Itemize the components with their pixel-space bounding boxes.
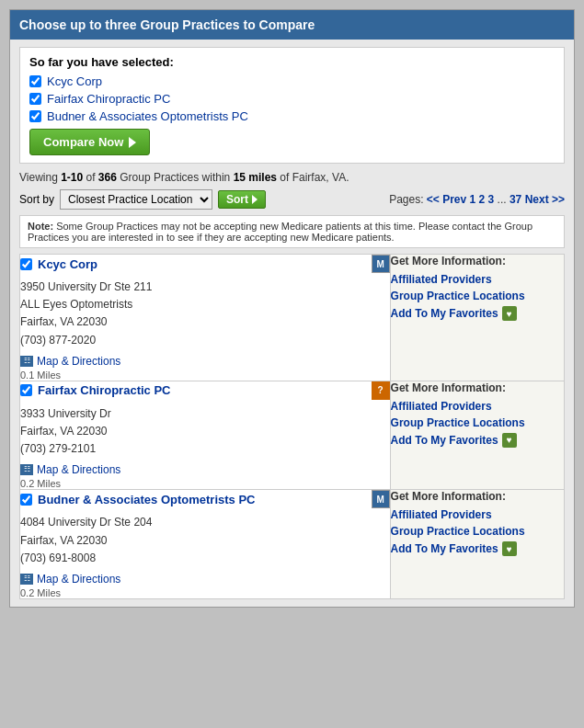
practice-3-left: Budner & Associates Optometrists PC M 40… — [20, 490, 391, 599]
practice-1-address: 3950 University Dr Ste 211 ALL Eyes Opto… — [20, 279, 390, 349]
practice-3-phone: (703) 691-8008 — [20, 552, 96, 564]
table-row: Kcyc Corp M 3950 University Dr Ste 211 A… — [20, 255, 565, 381]
selected-checkbox-3[interactable] — [29, 110, 41, 122]
practice-1-miles: 0.1 Miles — [20, 370, 390, 381]
practice-2-favorites-label: Add To My Favorites — [391, 434, 498, 447]
practice-3-right-title: Get More Information: — [391, 490, 564, 503]
practice-2-icon[interactable]: ? — [372, 381, 390, 400]
next-link[interactable]: Next >> — [525, 193, 565, 206]
viewing-count: 366 — [98, 171, 117, 184]
selected-label-2: Fairfax Chiropractic PC — [47, 92, 170, 106]
practice-1-name-row: Kcyc Corp M — [20, 255, 390, 273]
practice-3-map-label: Map & Directions — [37, 573, 120, 586]
practice-3-affiliated-link[interactable]: Affiliated Providers — [391, 508, 564, 521]
heart-icon-2: ♥ — [502, 433, 517, 448]
map-icon-2: ☷ — [20, 464, 33, 475]
practice-2-map-link[interactable]: ☷ Map & Directions — [20, 463, 390, 476]
compare-arrow-icon — [129, 137, 136, 148]
compare-now-button[interactable]: Compare Now — [29, 129, 150, 155]
practice-2-addr3: Fairfax, VA 22030 — [20, 425, 108, 438]
practice-1-map-label: Map & Directions — [37, 355, 120, 368]
selected-label-3: Budner & Associates Optometrists PC — [47, 109, 248, 123]
pages-label: Pages: — [389, 193, 423, 206]
practice-2-favorites-link[interactable]: Add To My Favorites ♥ — [391, 433, 564, 448]
selected-checkbox-1[interactable] — [29, 75, 41, 87]
sort-select[interactable]: Closest Practice Location — [60, 189, 212, 210]
note-text: Some Group Practices may not be acceptin… — [28, 221, 532, 243]
table-row: Budner & Associates Optometrists PC M 40… — [20, 490, 565, 599]
practice-2-right: Get More Information: Affiliated Provide… — [390, 381, 564, 490]
practice-1-checkbox[interactable] — [20, 258, 32, 270]
content-area: So far you have selected: Kcyc Corp Fair… — [10, 40, 574, 607]
practice-1-map-link[interactable]: ☷ Map & Directions — [20, 355, 390, 368]
practice-2-locations-link[interactable]: Group Practice Locations — [391, 416, 564, 429]
practice-2-name: Fairfax Chiropractic PC — [20, 383, 171, 397]
map-icon-1: ☷ — [20, 356, 33, 367]
practice-1-addr3: Fairfax, VA 22030 — [20, 315, 108, 328]
practice-2-icon-label: ? — [377, 385, 383, 395]
page-1-link[interactable]: 1 — [470, 193, 479, 206]
practice-2-name-label: Fairfax Chiropractic PC — [38, 383, 171, 397]
selected-item-2: Fairfax Chiropractic PC — [29, 92, 555, 106]
page-3-link[interactable]: 3 — [488, 193, 498, 206]
sort-left: Sort by Closest Practice Location Sort — [19, 189, 266, 210]
practice-3-locations-link[interactable]: Group Practice Locations — [391, 525, 564, 538]
viewing-suffix: Group Practices — [117, 171, 199, 184]
pages-area: Pages: << Prev 1 2 3 ... 37 Next >> — [389, 193, 565, 206]
sort-label: Sort by — [19, 193, 54, 206]
practice-1-favorites-label: Add To My Favorites — [391, 307, 498, 320]
practice-3-address: 4084 University Dr Ste 204 Fairfax, VA 2… — [20, 514, 390, 567]
practice-3-icon-label: M — [376, 495, 384, 505]
practice-1-left: Kcyc Corp M 3950 University Dr Ste 211 A… — [20, 255, 391, 381]
selected-label-1: Kcyc Corp — [47, 74, 102, 88]
practice-1-favorites-link[interactable]: Add To My Favorites ♥ — [391, 306, 564, 321]
practice-1-affiliated-link[interactable]: Affiliated Providers — [391, 273, 564, 286]
practice-1-addr1: 3950 University Dr Ste 211 — [20, 280, 152, 293]
results-table: Kcyc Corp M 3950 University Dr Ste 211 A… — [19, 254, 565, 599]
practice-2-checkbox[interactable] — [20, 384, 32, 396]
practice-1-locations-link[interactable]: Group Practice Locations — [391, 290, 564, 302]
practice-1-right: Get More Information: Affiliated Provide… — [390, 255, 564, 381]
practice-3-checkbox[interactable] — [20, 494, 32, 506]
selected-box: So far you have selected: Kcyc Corp Fair… — [19, 47, 565, 164]
practice-2-right-title: Get More Information: — [391, 381, 564, 394]
viewing-range: 1-10 — [61, 171, 83, 184]
practice-2-map-label: Map & Directions — [37, 463, 120, 476]
practice-2-miles: 0.2 Miles — [20, 478, 390, 489]
practice-1-right-title: Get More Information: — [391, 255, 564, 267]
practice-1-addr2: ALL Eyes Optometrists — [20, 298, 132, 311]
practice-2-affiliated-link[interactable]: Affiliated Providers — [391, 400, 564, 413]
compare-now-label: Compare Now — [43, 135, 123, 149]
practice-3-favorites-link[interactable]: Add To My Favorites ♥ — [391, 541, 564, 556]
viewing-prefix: Viewing — [19, 171, 61, 184]
table-row: Fairfax Chiropractic PC ? 3933 Universit… — [20, 381, 565, 490]
note-box: Note: Some Group Practices may not be ac… — [19, 215, 565, 248]
practice-3-map-link[interactable]: ☷ Map & Directions — [20, 573, 390, 586]
sort-button[interactable]: Sort — [218, 190, 266, 209]
practice-1-icon[interactable]: M — [372, 255, 390, 273]
practice-3-addr3: Fairfax, VA 22030 — [20, 534, 108, 547]
practice-3-right: Get More Information: Affiliated Provide… — [390, 490, 564, 599]
map-icon-3: ☷ — [20, 574, 33, 585]
selected-item-3: Budner & Associates Optometrists PC — [29, 109, 555, 123]
page-last-link[interactable]: 37 — [510, 193, 521, 206]
practice-3-name-label: Budner & Associates Optometrists PC — [38, 493, 255, 506]
page-header: Choose up to three Group Practices to Co… — [10, 10, 574, 40]
viewing-within: within — [199, 171, 233, 184]
prev-link[interactable]: << Prev — [427, 193, 466, 206]
sort-bar: Sort by Closest Practice Location Sort P… — [19, 189, 565, 210]
selected-title: So far you have selected: — [29, 55, 555, 69]
practice-3-icon[interactable]: M — [372, 490, 390, 508]
viewing-of: of — [83, 171, 98, 184]
page-2-link[interactable]: 2 — [479, 193, 488, 206]
practice-3-miles: 0.2 Miles — [20, 587, 390, 598]
practice-3-favorites-label: Add To My Favorites — [391, 542, 498, 555]
practice-1-name: Kcyc Corp — [20, 257, 97, 271]
practice-2-addr1: 3933 University Dr — [20, 407, 111, 420]
heart-icon-3: ♥ — [502, 541, 517, 556]
practice-2-name-row: Fairfax Chiropractic PC ? — [20, 381, 390, 400]
selected-checkbox-2[interactable] — [29, 93, 41, 105]
viewing-miles: 15 miles — [234, 171, 277, 184]
practice-3-name: Budner & Associates Optometrists PC — [20, 493, 255, 506]
practice-2-address: 3933 University Dr Fairfax, VA 22030 (70… — [20, 405, 390, 459]
